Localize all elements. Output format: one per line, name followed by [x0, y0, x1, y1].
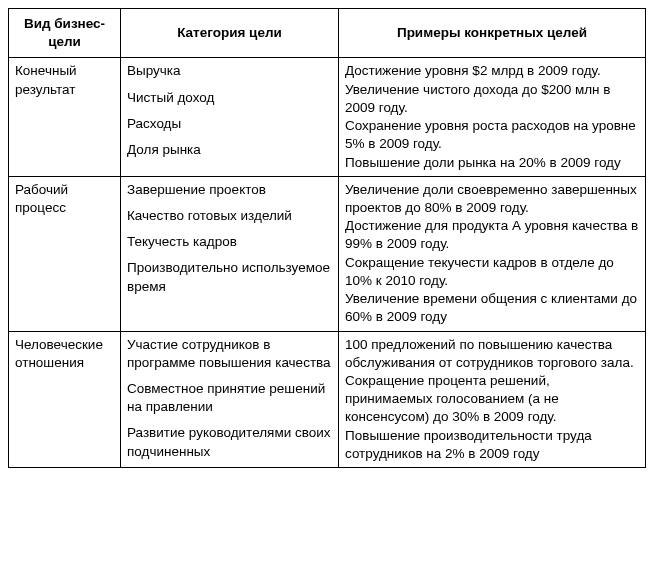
header-col3: Примеры конкретных целей	[339, 9, 646, 58]
category-item: Доля рынка	[127, 141, 332, 159]
table-row: Человеческие отношенияУчастие сотруднико…	[9, 331, 646, 468]
category-item: Качество готовых изделий	[127, 207, 332, 225]
table-body: Конечный результатВыручкаЧистый доходРас…	[9, 58, 646, 468]
example-item: Повышение доли рынка на 20% в 2009 году	[345, 154, 639, 172]
category-item: Выручка	[127, 62, 332, 80]
category-item: Участие сотрудников в программе повышени…	[127, 336, 332, 372]
category-item: Производительно используемое время	[127, 259, 332, 295]
example-item: Сокращение процента решений, принимаемых…	[345, 372, 639, 427]
example-item: Достижение для продукта А уровня качеств…	[345, 217, 639, 253]
example-item: Достижение уровня $2 млрд в 2009 году.	[345, 62, 639, 80]
header-col2: Категория цели	[121, 9, 339, 58]
category-item: Чистый доход	[127, 89, 332, 107]
cell-type: Рабочий процесс	[9, 176, 121, 331]
cell-examples: Увеличение доли своевременно завершенных…	[339, 176, 646, 331]
example-item: Увеличение чистого дохода до $200 млн в …	[345, 81, 639, 117]
cell-examples: Достижение уровня $2 млрд в 2009 году.Ув…	[339, 58, 646, 176]
cell-categories: Участие сотрудников в программе повышени…	[121, 331, 339, 468]
category-item: Текучесть кадров	[127, 233, 332, 251]
cell-type: Конечный результат	[9, 58, 121, 176]
header-row: Вид бизнес-цели Категория цели Примеры к…	[9, 9, 646, 58]
cell-categories: ВыручкаЧистый доходРасходыДоля рынка	[121, 58, 339, 176]
cell-type: Человеческие отношения	[9, 331, 121, 468]
example-item: Увеличение времени общения с клиентами д…	[345, 290, 639, 326]
table-row: Рабочий процессЗавершение проектовКачест…	[9, 176, 646, 331]
category-item: Расходы	[127, 115, 332, 133]
example-item: Сокращение текучести кадров в отделе до …	[345, 254, 639, 290]
header-col1: Вид бизнес-цели	[9, 9, 121, 58]
cell-categories: Завершение проектовКачество готовых изде…	[121, 176, 339, 331]
category-item: Совместное принятие решений на правлении	[127, 380, 332, 416]
table-row: Конечный результатВыручкаЧистый доходРас…	[9, 58, 646, 176]
category-item: Развитие руководителями своих подчиненны…	[127, 424, 332, 460]
example-item: Увеличение доли своевременно завершенных…	[345, 181, 639, 217]
goals-table: Вид бизнес-цели Категория цели Примеры к…	[8, 8, 646, 468]
cell-examples: 100 предложений по повышению качества об…	[339, 331, 646, 468]
example-item: Сохранение уровня роста расходов на уров…	[345, 117, 639, 153]
category-item: Завершение проектов	[127, 181, 332, 199]
example-item: Повышение производительности труда сотру…	[345, 427, 639, 463]
example-item: 100 предложений по повышению качества об…	[345, 336, 639, 372]
